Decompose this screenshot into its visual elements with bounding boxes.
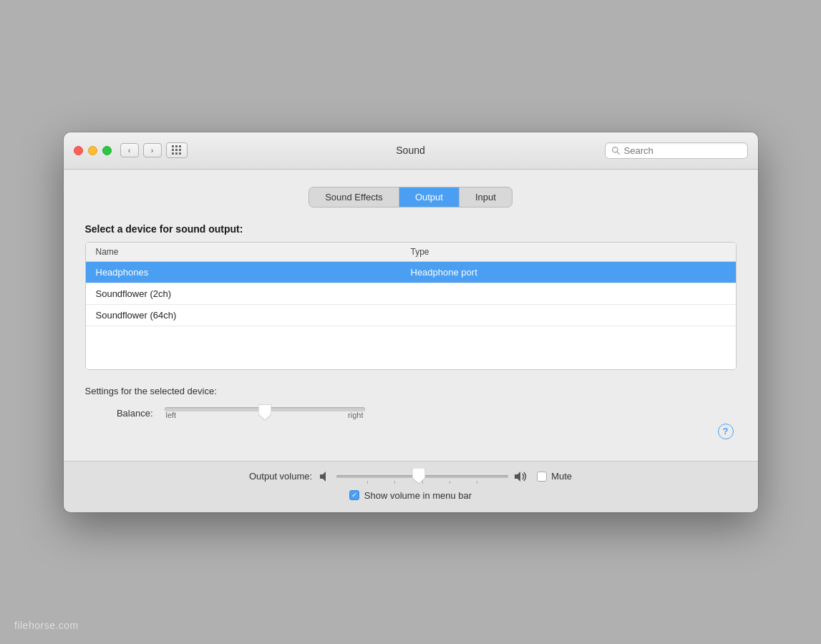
device-name: Soundflower (2ch) xyxy=(96,288,411,299)
close-button[interactable] xyxy=(74,146,83,155)
device-type xyxy=(411,288,726,299)
maximize-button[interactable] xyxy=(102,146,112,155)
window-title: Sound xyxy=(396,145,424,156)
volume-label: Output volume: xyxy=(249,471,312,482)
grid-icon xyxy=(172,145,182,155)
table-row[interactable]: Soundflower (2ch) xyxy=(86,283,736,305)
slider-right-label: right xyxy=(348,411,363,419)
show-volume-label: Show volume in menu bar xyxy=(364,490,472,501)
device-type: Headphone port xyxy=(411,267,726,278)
svg-line-1 xyxy=(617,152,619,154)
section-title: Select a device for sound output: xyxy=(85,223,737,235)
vol-controls xyxy=(319,470,530,483)
nav-buttons: ‹ › xyxy=(120,143,162,157)
traffic-lights xyxy=(74,146,112,155)
show-volume-row: Show volume in menu bar xyxy=(85,490,737,501)
slider-left-label: left xyxy=(166,411,177,419)
tab-output[interactable]: Output xyxy=(399,187,460,207)
watermark-text: filehorse.com xyxy=(14,620,79,631)
device-type xyxy=(411,310,726,321)
watermark: filehorse.com xyxy=(14,620,79,631)
svg-marker-4 xyxy=(412,467,425,483)
balance-label: Balance: xyxy=(107,408,153,419)
balance-slider-thumb[interactable] xyxy=(258,404,271,420)
table-row-empty xyxy=(86,326,736,369)
svg-marker-3 xyxy=(320,472,326,482)
balance-slider-container: left right xyxy=(165,408,365,419)
mute-row: Mute xyxy=(537,471,572,482)
device-name: Soundflower (64ch) xyxy=(96,310,411,321)
balance-row: Balance: left right xyxy=(85,408,737,419)
help-row: ? xyxy=(85,424,737,439)
bottom-bar: Output volume: xyxy=(64,461,758,512)
tabs: Sound Effects Output Input xyxy=(309,187,512,208)
minimize-button[interactable] xyxy=(88,146,97,155)
speaker-high-icon xyxy=(514,470,530,483)
table-row[interactable]: Headphones Headphone port xyxy=(86,262,736,283)
svg-marker-5 xyxy=(515,472,520,482)
table-row[interactable]: Soundflower (64ch) xyxy=(86,305,736,326)
tab-sound-effects[interactable]: Sound Effects xyxy=(309,187,399,207)
svg-marker-2 xyxy=(258,404,271,420)
settings-label: Settings for the selected device: xyxy=(85,386,737,396)
show-volume-checkbox[interactable] xyxy=(349,490,359,500)
search-box[interactable] xyxy=(605,142,748,159)
output-panel: Select a device for sound output: Name T… xyxy=(85,223,737,439)
table-header: Name Type xyxy=(86,243,736,262)
forward-button[interactable]: › xyxy=(143,143,162,157)
col-name-header: Name xyxy=(96,247,411,257)
titlebar: ‹ › Sound xyxy=(64,132,758,170)
search-input[interactable] xyxy=(624,145,742,156)
device-table: Name Type Headphones Headphone port Soun… xyxy=(85,242,737,370)
grid-button[interactable] xyxy=(166,142,188,158)
volume-slider-thumb[interactable] xyxy=(412,467,425,483)
col-type-header: Type xyxy=(411,247,726,257)
speaker-low-icon xyxy=(319,471,331,482)
window: ‹ › Sound xyxy=(64,132,758,512)
content-area: Sound Effects Output Input Select a devi… xyxy=(64,170,758,461)
volume-row: Output volume: xyxy=(85,470,737,483)
desktop: ‹ › Sound xyxy=(0,0,821,644)
volume-slider-container xyxy=(336,475,508,478)
mute-checkbox[interactable] xyxy=(537,472,547,482)
tab-input[interactable]: Input xyxy=(460,187,512,207)
tabs-container: Sound Effects Output Input xyxy=(85,187,737,208)
mute-label: Mute xyxy=(551,471,572,482)
back-button[interactable]: ‹ xyxy=(120,143,139,157)
search-icon xyxy=(611,146,621,155)
help-button[interactable]: ? xyxy=(718,424,734,439)
device-name: Headphones xyxy=(96,267,411,278)
